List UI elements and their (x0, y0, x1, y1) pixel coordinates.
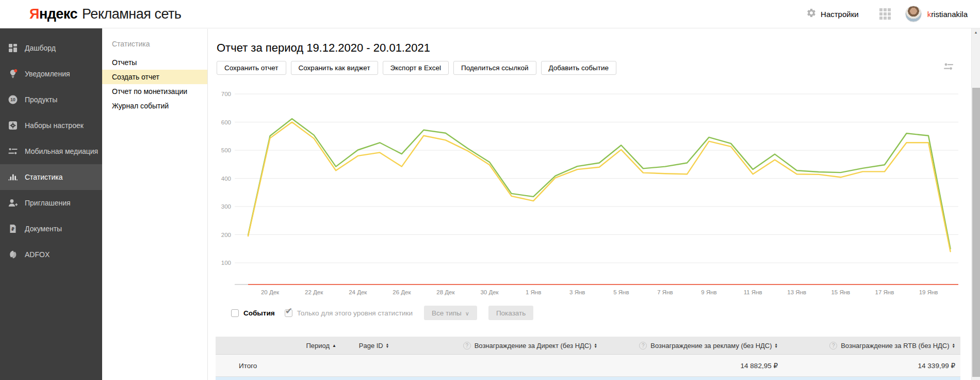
chart-settings-icon[interactable] (942, 62, 955, 72)
sidebar-item-documents[interactable]: ₽ Документы (0, 216, 102, 242)
svg-text:200: 200 (221, 232, 231, 238)
logo-product-name: Рекламная сеть (82, 6, 181, 22)
svg-text:600: 600 (221, 119, 231, 125)
total-ads-value: 14 882,95 ₽ (602, 355, 783, 376)
sort-icon: ▲▼ (594, 343, 597, 349)
document-ruble-icon: ₽ (8, 224, 18, 234)
column-header-period[interactable]: Период ▲ (216, 337, 340, 354)
only-this-level-label[interactable]: Только для этого уровня статистики (297, 309, 413, 317)
sidebar-item-adfox[interactable]: ADFOX (0, 242, 102, 267)
report-table: Период ▲ Page ID ▲▼ ? Вознаграждение за … (216, 337, 960, 380)
svg-text:30 Дек: 30 Дек (480, 289, 499, 295)
help-icon[interactable]: ? (463, 342, 471, 350)
events-checkbox[interactable] (231, 309, 239, 317)
subnav-title: Статистика (102, 40, 207, 55)
svg-text:13 Янв: 13 Янв (787, 289, 806, 295)
subnav-panel: Статистика Отчеты Создать отчет Отчет по… (102, 29, 208, 380)
scrollbar-thumb[interactable] (972, 88, 980, 377)
event-type-dropdown[interactable]: Все типы∨ (424, 306, 477, 320)
sidebar-item-statistics[interactable]: Статистика (0, 164, 102, 190)
svg-text:400: 400 (221, 176, 231, 182)
avatar[interactable] (905, 6, 922, 22)
settings-label: Настройки (821, 10, 859, 19)
column-header-ads-reward[interactable]: ? Вознаграждение за рекламу (без НДС) ▲▼ (602, 337, 783, 354)
invite-person-icon (8, 198, 18, 208)
svg-text:3 Янв: 3 Янв (569, 289, 585, 295)
svg-text:19 Янв: 19 Янв (919, 289, 938, 295)
svg-text:28 Дек: 28 Дек (436, 289, 455, 295)
only-this-level-checkbox[interactable] (285, 309, 292, 317)
sort-icon: ▲▼ (386, 343, 389, 349)
adfox-icon (8, 249, 18, 260)
scroll-up-arrow-icon[interactable]: ▲ (972, 28, 980, 36)
chevron-down-icon: ∨ (465, 310, 469, 316)
svg-text:9 Янв: 9 Янв (701, 289, 716, 295)
svg-text:22 Дек: 22 Дек (305, 289, 323, 295)
sidebar-item-invitations[interactable]: Приглашения (0, 190, 102, 216)
main-content: Отчет за период 19.12.2020 - 20.01.2021 … (208, 29, 971, 380)
svg-text:5 Янв: 5 Янв (613, 289, 629, 295)
sidebar-item-notifications[interactable]: Уведомления (0, 61, 102, 87)
subnav-item-event-log[interactable]: Журнал событий (102, 99, 207, 113)
gear-icon (806, 8, 816, 20)
sidebar-item-mobile-mediation[interactable]: Мобильная медиация (0, 138, 102, 164)
header-right-cluster: Настройки kristianakila (806, 6, 980, 22)
svg-text:10: 10 (10, 97, 15, 102)
settings-button[interactable]: Настройки (806, 8, 859, 20)
svg-text:1 Янв: 1 Янв (526, 289, 541, 295)
column-header-direct-reward[interactable]: ? Вознаграждение за Директ (без НДС) ▲▼ (407, 337, 602, 354)
apps-grid-icon[interactable] (879, 8, 891, 20)
subnav-item-reports[interactable]: Отчеты (102, 55, 207, 70)
sidebar-item-dashboard[interactable]: Дашборд (0, 35, 102, 61)
report-chart: 10020030040050060070020 Дек22 Дек24 Дек2… (215, 71, 962, 298)
app-window: ЯндексРекламная сеть Настройки kristiana… (0, 0, 980, 380)
top-header: ЯндексРекламная сеть Настройки kristiana… (0, 0, 980, 28)
column-header-page-id[interactable]: Page ID ▲▼ (340, 337, 407, 354)
svg-text:17 Янв: 17 Янв (875, 289, 894, 295)
filter-controls: События Только для этого уровня статисти… (231, 306, 533, 320)
svg-text:₽: ₽ (11, 227, 14, 232)
table-row-partial (216, 377, 960, 380)
svg-text:700: 700 (221, 91, 231, 97)
svg-text:11 Янв: 11 Янв (744, 289, 762, 295)
username[interactable]: kristianakila (927, 10, 968, 19)
chart-area: 10020030040050060070020 Дек22 Дек24 Дек2… (215, 71, 962, 298)
help-icon[interactable]: ? (639, 342, 647, 350)
table-header-row: Период ▲ Page ID ▲▼ ? Вознаграждение за … (216, 337, 960, 355)
logo-letter: Я (29, 6, 39, 22)
page-title: Отчет за период 19.12.2020 - 20.01.2021 (217, 41, 430, 55)
events-checkbox-label[interactable]: События (243, 309, 275, 317)
sidebar: Дашборд Уведомления 10 Продукты Наборы н… (0, 28, 102, 380)
total-direct-value (407, 355, 602, 376)
sort-asc-icon: ▲ (332, 343, 336, 348)
scrollbar[interactable]: ▲ (971, 28, 980, 380)
yandex-logo[interactable]: ЯндексРекламная сеть (29, 6, 181, 22)
products-badge-icon: 10 (8, 94, 18, 105)
sidebar-item-products[interactable]: 10 Продукты (0, 87, 102, 113)
column-header-rtb-reward[interactable]: ? Вознаграждение за RTB (без НДС) ▲▼ (783, 337, 960, 354)
total-rtb-value: 14 339,99 ₽ (783, 355, 960, 376)
subnav-item-monetization-report[interactable]: Отчет по монетизации (102, 84, 207, 99)
svg-text:7 Янв: 7 Янв (657, 289, 673, 295)
table-row-total: Итого 14 882,95 ₽ 14 339,99 ₽ (216, 355, 960, 377)
mobile-mediation-icon (8, 146, 18, 156)
svg-text:20 Дек: 20 Дек (261, 289, 280, 295)
dashboard-icon (8, 43, 18, 53)
sort-icon: ▲▼ (775, 343, 778, 349)
show-button[interactable]: Показать (488, 306, 533, 320)
svg-text:300: 300 (221, 203, 231, 210)
total-label: Итого (216, 355, 340, 376)
svg-text:26 Дек: 26 Дек (393, 289, 411, 295)
svg-text:100: 100 (221, 260, 231, 266)
svg-text:24 Дек: 24 Дек (349, 289, 367, 295)
svg-text:500: 500 (221, 147, 231, 153)
subnav-item-create-report[interactable]: Создать отчет (102, 70, 207, 84)
sort-icon: ▲▼ (952, 343, 955, 349)
statistics-icon (8, 172, 18, 182)
sidebar-item-settings-sets[interactable]: Наборы настроек (0, 113, 102, 138)
settings-sets-icon (8, 120, 18, 131)
help-icon[interactable]: ? (829, 342, 837, 350)
svg-text:15 Янв: 15 Янв (831, 289, 850, 295)
notifications-icon (8, 69, 18, 79)
